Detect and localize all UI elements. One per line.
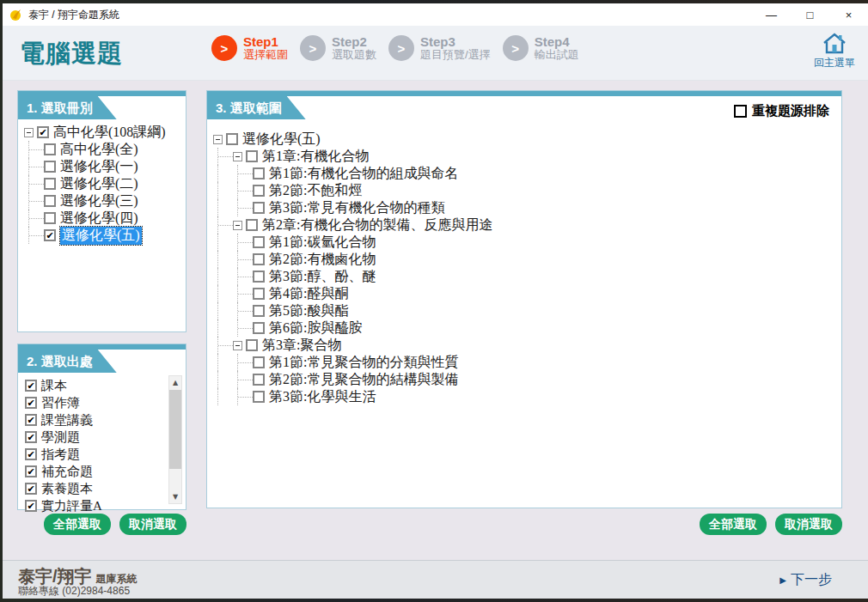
range-row: 第6節:胺與醯胺 bbox=[213, 319, 838, 337]
range-label[interactable]: 選修化學(五) bbox=[242, 131, 321, 149]
range-label[interactable]: 第3節:常見有機化合物的種類 bbox=[269, 199, 444, 217]
tree-guide bbox=[217, 302, 233, 319]
range-checkbox[interactable] bbox=[246, 219, 258, 231]
dedupe-checkbox[interactable] bbox=[734, 105, 747, 118]
tree-guide bbox=[217, 354, 233, 371]
source-label[interactable]: 實力評量A bbox=[41, 498, 102, 514]
range-label[interactable]: 第3節:醇、酚、醚 bbox=[269, 268, 376, 286]
source-checkbox[interactable]: ✔ bbox=[25, 483, 37, 495]
collapse-icon[interactable] bbox=[213, 135, 223, 144]
volume-checkbox[interactable] bbox=[44, 195, 56, 207]
source-row: ✔ 學測題 bbox=[25, 429, 165, 446]
range-checkbox[interactable] bbox=[253, 271, 265, 283]
range-label[interactable]: 第4節:醛與酮 bbox=[269, 285, 348, 303]
collapse-icon[interactable] bbox=[233, 152, 242, 161]
window-controls: — □ × bbox=[752, 3, 868, 26]
volume-label[interactable]: 選修化學(一) bbox=[60, 158, 138, 176]
source-checkbox[interactable]: ✔ bbox=[25, 500, 37, 512]
range-select-all-button[interactable]: 全部選取 bbox=[700, 514, 767, 535]
volume-label[interactable]: 選修化學(二) bbox=[60, 175, 138, 193]
scroll-down-icon[interactable]: ▼ bbox=[169, 490, 181, 503]
step-label: 選擇範圍 bbox=[243, 49, 288, 62]
tree-connector bbox=[237, 319, 253, 337]
scroll-up-icon[interactable]: ▲ bbox=[169, 376, 181, 389]
source-checkbox[interactable]: ✔ bbox=[25, 465, 37, 477]
main-area: 1. 選取冊別 ✔高中化學(108課綱)高中化學(全)選修化學(一)選修化學(二… bbox=[3, 81, 868, 560]
range-checkbox[interactable] bbox=[253, 305, 265, 317]
source-label[interactable]: 補充命題 bbox=[41, 464, 93, 480]
range-label[interactable]: 第2節:有機鹵化物 bbox=[269, 251, 376, 269]
range-checkbox[interactable] bbox=[253, 253, 265, 265]
source-checkbox[interactable]: ✔ bbox=[25, 397, 37, 409]
collapse-icon[interactable] bbox=[233, 341, 242, 350]
source-scrollbar[interactable]: ▲ ▼ bbox=[168, 375, 182, 504]
range-tree: 選修化學(五)第1章:有機化合物第1節:有機化合物的組成與命名第2節:不飽和烴第… bbox=[213, 131, 838, 405]
volume-checkbox[interactable] bbox=[44, 161, 56, 173]
volume-checkbox[interactable] bbox=[44, 178, 56, 190]
source-label[interactable]: 習作簿 bbox=[41, 395, 80, 411]
volume-label[interactable]: 高中化學(108課綱) bbox=[53, 124, 166, 142]
source-checkbox[interactable]: ✔ bbox=[25, 431, 37, 443]
volume-checkbox[interactable]: ✔ bbox=[44, 229, 56, 241]
range-checkbox[interactable] bbox=[253, 322, 265, 334]
tree-guide bbox=[217, 371, 233, 388]
range-checkbox[interactable] bbox=[253, 391, 265, 403]
scroll-thumb[interactable] bbox=[169, 390, 181, 469]
volume-label[interactable]: 選修化學(四) bbox=[60, 210, 138, 228]
range-label[interactable]: 第2章:有機化合物的製備、反應與用途 bbox=[262, 216, 492, 234]
app-window: 泰宇 / 翔宇命題系統 — □ × 電腦選題 > Step1 選擇範圍> Ste… bbox=[3, 3, 868, 599]
range-checkbox[interactable] bbox=[253, 185, 265, 197]
source-label[interactable]: 課本 bbox=[41, 378, 67, 394]
collapse-icon[interactable] bbox=[24, 128, 34, 137]
range-checkbox[interactable] bbox=[246, 339, 258, 351]
range-label[interactable]: 第1節:有機化合物的組成與命名 bbox=[269, 165, 458, 183]
range-checkbox[interactable] bbox=[253, 374, 265, 386]
range-label[interactable]: 第1節:常見聚合物的分類與性質 bbox=[269, 354, 458, 372]
range-label[interactable]: 第3節:化學與生活 bbox=[269, 388, 376, 406]
source-checkbox[interactable]: ✔ bbox=[25, 414, 37, 426]
home-button[interactable]: 回主選單 bbox=[810, 32, 859, 70]
title-bar: 泰宇 / 翔宇命題系統 — □ × bbox=[3, 3, 868, 26]
source-label[interactable]: 指考題 bbox=[41, 447, 80, 463]
footer-brand-suffix: 題庫系統 bbox=[96, 573, 138, 585]
range-label[interactable]: 第2節:不飽和烴 bbox=[269, 182, 362, 200]
volume-checkbox[interactable] bbox=[44, 143, 56, 155]
range-checkbox[interactable] bbox=[253, 202, 265, 214]
step-indicator: > Step1 選擇範圍> Step2 選取題數> Step3 題目預覽/選擇>… bbox=[211, 34, 591, 62]
tree-connector bbox=[237, 199, 253, 216]
source-label[interactable]: 學測題 bbox=[41, 429, 80, 446]
volume-checkbox[interactable] bbox=[44, 212, 56, 224]
minimize-icon[interactable]: — bbox=[752, 3, 791, 26]
source-label[interactable]: 課堂講義 bbox=[41, 412, 93, 429]
step-chevron-icon: > bbox=[388, 35, 414, 61]
collapse-icon[interactable] bbox=[233, 221, 242, 230]
range-deselect-all-button[interactable]: 取消選取 bbox=[775, 514, 842, 535]
maximize-icon[interactable]: □ bbox=[791, 3, 829, 26]
tree-connector bbox=[237, 285, 253, 302]
volume-label[interactable]: 選修化學(五) bbox=[60, 227, 142, 245]
range-label[interactable]: 第6節:胺與醯胺 bbox=[269, 319, 362, 337]
next-step-button[interactable]: ▶ 下一步 bbox=[779, 571, 832, 589]
range-label[interactable]: 第2節:常見聚合物的結構與製備 bbox=[269, 371, 458, 389]
step-name: Step4 bbox=[535, 34, 579, 49]
range-label[interactable]: 第1章:有機化合物 bbox=[262, 148, 369, 166]
range-checkbox[interactable] bbox=[226, 133, 238, 145]
source-select-all-button[interactable]: 全部選取 bbox=[44, 514, 111, 535]
range-checkbox[interactable] bbox=[246, 150, 258, 162]
source-deselect-all-button[interactable]: 取消選取 bbox=[119, 514, 186, 535]
volume-checkbox[interactable]: ✔ bbox=[37, 126, 49, 138]
volume-row: ✔選修化學(五) bbox=[24, 227, 182, 244]
source-checkbox[interactable]: ✔ bbox=[25, 448, 37, 460]
range-checkbox[interactable] bbox=[253, 236, 265, 248]
volume-label[interactable]: 選修化學(三) bbox=[60, 192, 138, 210]
range-checkbox[interactable] bbox=[253, 167, 265, 179]
range-checkbox[interactable] bbox=[253, 356, 265, 368]
range-label[interactable]: 第3章:聚合物 bbox=[262, 337, 341, 355]
range-label[interactable]: 第1節:碳氫化合物 bbox=[269, 234, 376, 252]
range-checkbox[interactable] bbox=[253, 288, 265, 300]
volume-label[interactable]: 高中化學(全) bbox=[60, 141, 138, 159]
source-label[interactable]: 素養題本 bbox=[41, 481, 93, 497]
range-label[interactable]: 第5節:酸與酯 bbox=[269, 302, 348, 320]
close-icon[interactable]: × bbox=[829, 3, 868, 26]
source-checkbox[interactable]: ✔ bbox=[25, 380, 37, 392]
